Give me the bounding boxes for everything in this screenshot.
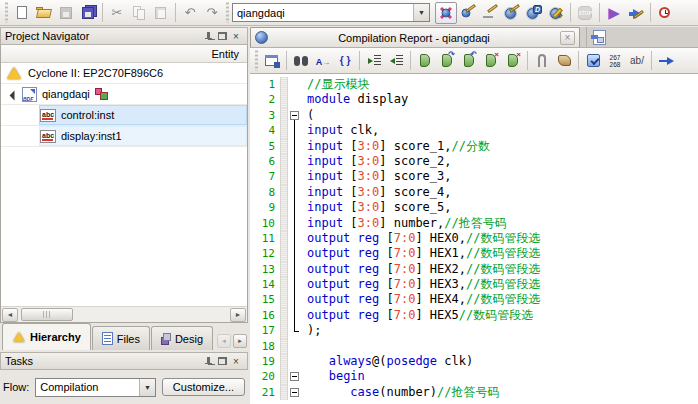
code-line[interactable]: 6input [3:0] score_2, <box>250 154 698 169</box>
delete-bookmark-button[interactable]: × <box>480 50 502 72</box>
pin-icon[interactable] <box>201 30 215 43</box>
code-area[interactable]: 1//显示模块2module display3(4input clk,5inpu… <box>250 74 698 404</box>
code-line[interactable]: 1//显示模块 <box>250 77 698 92</box>
compiler-tool-button[interactable] <box>501 2 523 24</box>
editor-toolbar-grip[interactable] <box>254 50 259 71</box>
chevron-down-icon[interactable]: ▼ <box>139 379 155 396</box>
code-line[interactable]: 13output reg [7:0] HEX2,//数码管段选 <box>250 262 698 277</box>
code-line[interactable]: 15output reg [7:0] HEX4,//数码管段选 <box>250 292 698 307</box>
copy-button[interactable] <box>128 2 150 24</box>
tree-row-project[interactable]: BDF qiangdaqi <box>1 84 247 105</box>
fold-collapse-icon[interactable] <box>290 111 299 120</box>
tree-row-instance[interactable]: abc control:inst <box>1 105 247 126</box>
tab-scroll-right-icon[interactable]: ▸ <box>233 334 247 348</box>
new-file-button[interactable] <box>11 2 33 24</box>
toolbar-grip-2[interactable] <box>225 2 230 23</box>
indent-button[interactable] <box>363 50 385 72</box>
toolbar-grip[interactable] <box>4 2 9 23</box>
paperclip-icon <box>538 54 546 67</box>
customize-button[interactable]: Customize... <box>162 378 245 396</box>
chevron-down-icon[interactable]: ▼ <box>413 4 429 21</box>
pin-icon[interactable] <box>201 355 215 368</box>
close-icon[interactable]: × <box>229 355 243 368</box>
tab-scroll-left-icon[interactable]: ◂ <box>217 334 231 348</box>
toggle-bookmark-button[interactable] <box>414 50 436 72</box>
save-project-button[interactable] <box>77 2 99 24</box>
match-delimiter-button[interactable]: { } <box>334 50 356 72</box>
tab-hierarchy[interactable]: Hierarchy <box>2 323 91 350</box>
code-line[interactable]: 5input [3:0] score_1,//分数 <box>250 139 698 154</box>
scrollbar-thumb[interactable] <box>21 308 73 321</box>
assignment-editor-button[interactable] <box>457 2 479 24</box>
pin-planner-button[interactable] <box>479 2 501 24</box>
save-project-icon <box>80 5 96 21</box>
compilation-report-tab[interactable]: Compilation Report - qiangdaqi × <box>250 27 580 47</box>
comment-button[interactable]: ab/ <box>626 50 648 72</box>
fold-collapse-icon[interactable] <box>290 388 299 397</box>
close-tab-icon[interactable]: × <box>560 31 575 45</box>
code-line[interactable]: 3( <box>250 108 698 123</box>
block-diagram-tab[interactable] <box>586 27 612 47</box>
goto-button[interactable] <box>655 50 677 72</box>
open-file-button[interactable] <box>33 2 55 24</box>
replace-button[interactable]: A→ <box>312 50 334 72</box>
save-button[interactable] <box>55 2 77 24</box>
design-assistant-button[interactable]: D <box>523 2 545 24</box>
fold-collapse-icon[interactable] <box>290 372 299 381</box>
code-line[interactable]: 4input clk, <box>250 123 698 138</box>
code-line[interactable]: 21 case(number)//抢答号码 <box>250 385 698 400</box>
entity-column-header[interactable]: Entity <box>1 45 247 63</box>
fold-margin[interactable] <box>288 108 303 123</box>
close-icon[interactable]: × <box>229 30 243 43</box>
float-window-icon[interactable] <box>215 30 229 43</box>
delete-all-bookmarks-icon: × <box>508 54 518 67</box>
code-line[interactable]: 9input [3:0] score_5, <box>250 200 698 215</box>
find-button[interactable] <box>290 50 312 72</box>
code-line[interactable]: 14output reg [7:0] HEX3,//数码管段选 <box>250 277 698 292</box>
editor-options-button[interactable] <box>261 50 283 72</box>
code-line[interactable]: 2module display <box>250 92 698 107</box>
start-compilation-button[interactable]: ▶ <box>603 2 625 24</box>
unindent-button[interactable] <box>385 50 407 72</box>
code-line[interactable]: 11output reg [7:0] HEX0,//数码管段选 <box>250 231 698 246</box>
timing-analyzer-button[interactable] <box>654 2 676 24</box>
stop-button[interactable]: STOP <box>574 2 596 24</box>
tree-row-device[interactable]: Cyclone II: EP2C70F896C6 <box>1 63 247 84</box>
code-line[interactable]: 12output reg [7:0] HEX1,//数码管段选 <box>250 246 698 261</box>
flow-combobox[interactable]: Compilation ▼ <box>35 378 156 397</box>
float-window-icon[interactable] <box>215 355 229 368</box>
start-analysis-button[interactable] <box>625 2 647 24</box>
insert-template-button[interactable] <box>553 50 575 72</box>
next-bookmark-button[interactable]: ↷ <box>436 50 458 72</box>
undo-button[interactable]: ↶ <box>179 2 201 24</box>
code-line[interactable]: 19 always@(posedge clk) <box>250 354 698 369</box>
code-line[interactable]: 17); <box>250 323 698 338</box>
navigator-hscrollbar[interactable]: ◄ ► <box>1 306 247 322</box>
fold-margin[interactable] <box>288 385 303 400</box>
analyze-file-button[interactable] <box>582 50 604 72</box>
code-line[interactable]: 10input [3:0] number,//抢答号码 <box>250 216 698 231</box>
gutter-separator <box>280 92 288 107</box>
scroll-right-icon[interactable]: ► <box>230 308 246 322</box>
previous-bookmark-button[interactable]: ↶ <box>458 50 480 72</box>
settings-button[interactable] <box>435 2 457 24</box>
insert-file-button[interactable] <box>531 50 553 72</box>
code-line[interactable]: 7input [3:0] score_3, <box>250 169 698 184</box>
tab-design-units[interactable]: Desig <box>151 326 213 350</box>
project-combobox[interactable]: qiangdaqi ▼ <box>232 3 430 22</box>
code-line[interactable]: 16output reg [7:0] HEX5//数码管段选 <box>250 308 698 323</box>
eco-tool-button[interactable] <box>545 2 567 24</box>
code-line[interactable]: 20 begin <box>250 369 698 384</box>
delete-all-bookmarks-button[interactable]: × <box>502 50 524 72</box>
scroll-left-icon[interactable]: ◄ <box>2 308 18 322</box>
code-line[interactable]: 18 <box>250 339 698 354</box>
redo-button[interactable]: ↷ <box>201 2 223 24</box>
expand-arrow-icon[interactable] <box>10 91 20 101</box>
document-tabbar: Compilation Report - qiangdaqi × <box>250 27 698 48</box>
cut-button[interactable]: ✂ <box>106 2 128 24</box>
tab-files[interactable]: Files <box>92 326 150 350</box>
tree-row-instance[interactable]: abc display:inst1 <box>1 126 247 147</box>
code-line[interactable]: 8input [3:0] score_4, <box>250 185 698 200</box>
paste-button[interactable] <box>150 2 172 24</box>
fold-margin[interactable] <box>288 369 303 384</box>
